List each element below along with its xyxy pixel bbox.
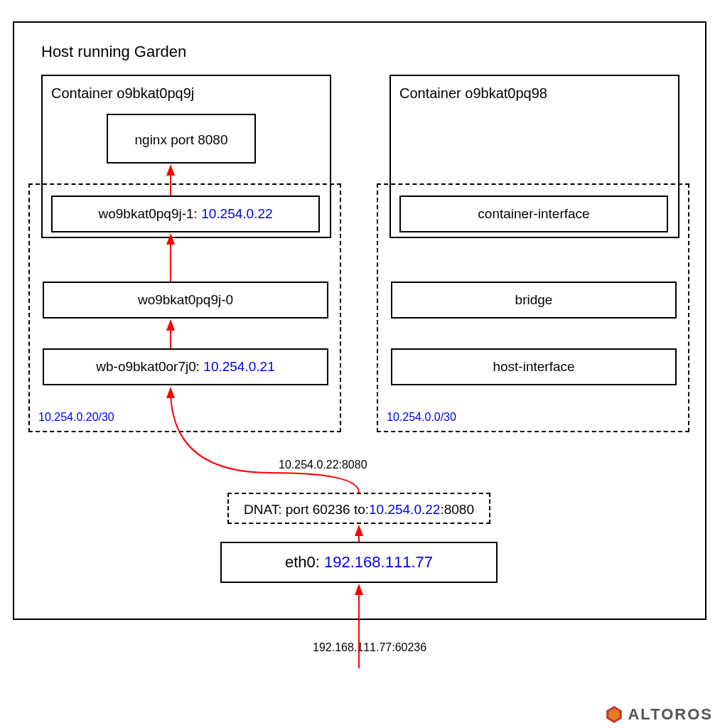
left-iface-text: wo9bkat0pq9j-1: 10.254.0.22 <box>51 206 320 222</box>
left-hostif-label: wb-o9bkat0or7j0: <box>96 359 203 374</box>
dnat-pre: DNAT: port 60236 to: <box>244 502 369 517</box>
left-container-title: Container o9bkat0pq9j <box>51 85 194 102</box>
left-subnet-label: 10.254.0.20/30 <box>38 411 114 424</box>
right-subnet-label: 10.254.0.0/30 <box>387 411 456 424</box>
left-iface-label: wo9bkat0pq9j-1: <box>98 206 201 221</box>
right-bridge-label: bridge <box>391 292 677 308</box>
host-title: Host running Garden <box>41 43 186 61</box>
eth0-ip: 192.168.111.77 <box>324 553 433 571</box>
brand-text: ALTOROS <box>628 705 713 724</box>
left-hostif-ip: 10.254.0.21 <box>203 359 274 374</box>
eth0-text: eth0: 192.168.111.77 <box>220 553 498 572</box>
right-hostif-label: host-interface <box>391 359 677 375</box>
left-iface-ip: 10.254.0.22 <box>201 206 272 221</box>
right-iface-label: container-interface <box>399 206 668 222</box>
left-hostif-text: wb-o9bkat0or7j0: 10.254.0.21 <box>43 359 328 375</box>
nginx-label: nginx port 8080 <box>107 132 256 148</box>
left-bridge-label: wo9bkat0pq9j-0 <box>43 292 328 308</box>
diagram-canvas: Host running Garden Container o9bkat0pq9… <box>0 0 720 728</box>
brand-logo: ALTOROS <box>605 705 713 724</box>
dnat-text: DNAT: port 60236 to:10.254.0.22:8080 <box>227 502 490 518</box>
routing-upper-label: 10.254.0.22:8080 <box>279 459 367 471</box>
eth0-label: eth0: <box>285 553 324 571</box>
hexagon-icon <box>605 705 623 724</box>
entry-label: 192.168.111.77:60236 <box>313 641 426 654</box>
dnat-ip: 10.254.0.22 <box>369 502 440 517</box>
right-container-title: Container o9bkat0pq98 <box>399 85 547 102</box>
dnat-post: :8080 <box>440 502 474 517</box>
